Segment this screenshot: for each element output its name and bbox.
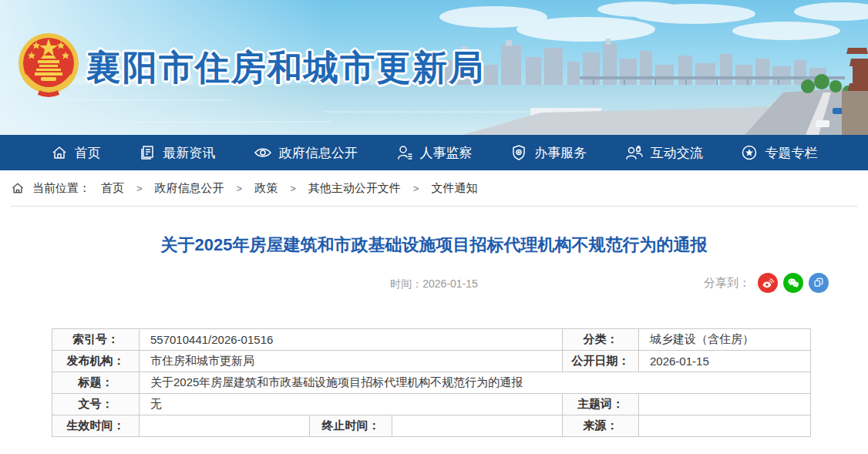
site-title: 襄阳市住房和城市更新局 — [86, 45, 485, 91]
nav-item-gov-info[interactable]: 政府信息公开 — [254, 144, 358, 162]
breadcrumb-item-home[interactable]: 首页 — [101, 181, 124, 196]
doc-title-label: 标题： — [52, 372, 140, 394]
time-value: 2026-01-15 — [422, 277, 478, 290]
home-icon — [11, 181, 25, 195]
people-chat-icon — [625, 144, 644, 161]
share-box: 分享到： — [704, 273, 829, 293]
category-label: 分类： — [563, 329, 639, 351]
publish-date-value: 2026-01-15 — [639, 351, 811, 372]
table-row: 发布机构： 市住房和城市更新局 公开日期： 2026-01-15 — [52, 351, 811, 372]
doc-number-label: 文号： — [52, 394, 140, 415]
effective-date-value — [140, 415, 310, 437]
table-row: 索引号： 557010441/2026-01516 分类： 城乡建设（含住房） — [52, 329, 811, 351]
news-icon — [139, 144, 156, 161]
eye-icon — [254, 144, 272, 161]
breadcrumb-item-gov-info[interactable]: 政府信息公开 — [155, 181, 224, 196]
index-number-label: 索引号： — [52, 329, 140, 351]
breadcrumb-separator: > — [237, 183, 243, 194]
end-date-label: 终止时间： — [310, 415, 392, 437]
document-info-table: 索引号： 557010441/2026-01516 分类： 城乡建设（含住房） … — [52, 328, 811, 437]
category-value: 城乡建设（含住房） — [639, 329, 811, 351]
breadcrumb-separator: > — [413, 183, 419, 194]
breadcrumb-prefix: 当前位置： — [32, 181, 90, 196]
end-date-value — [392, 415, 563, 437]
keywords-label: 主题词： — [563, 394, 639, 415]
person-icon — [396, 144, 413, 161]
source-label: 来源： — [563, 415, 639, 437]
index-number-value: 557010441/2026-01516 — [140, 329, 563, 351]
share-label: 分享到： — [704, 276, 750, 291]
nav-item-interaction[interactable]: 互动交流 — [625, 144, 703, 162]
home-icon — [51, 144, 68, 161]
nav-item-personnel[interactable]: 人事监察 — [396, 144, 473, 162]
effective-date-label: 生效时间： — [52, 415, 140, 437]
site-banner: 襄阳市住房和城市更新局 — [0, 0, 868, 135]
table-row: 标题： 关于2025年房屋建筑和市政基础设施项目招标代理机构不规范行为的通报 — [52, 372, 811, 394]
breadcrumb-separator: > — [290, 183, 296, 194]
breadcrumb-item-other-public-files[interactable]: 其他主动公开文件 — [308, 181, 401, 196]
time-label: 时间： — [390, 277, 422, 290]
nav-item-services[interactable]: 办事服务 — [510, 144, 587, 162]
wechat-share-icon[interactable] — [783, 273, 803, 293]
breadcrumb: 当前位置： 首页 > 政府信息公开 > 政策 > 其他主动公开文件 > 文件通知 — [11, 170, 857, 207]
source-value — [639, 415, 811, 437]
keywords-value — [639, 394, 811, 415]
nav-item-home[interactable]: 首页 — [51, 144, 101, 162]
issuing-agency-value: 市住房和城市更新局 — [140, 351, 563, 372]
publish-date-label: 公开日期： — [563, 351, 639, 372]
main-nav: 首页 最新资讯 政府信息公开 人事监察 办事服务 互动交流 专题专栏 — [0, 135, 868, 170]
article-title: 关于2025年房屋建筑和市政基础设施项目招标代理机构不规范行为的通报 — [0, 234, 868, 257]
copy-link-share-icon[interactable] — [809, 273, 829, 293]
doc-title-value: 关于2025年房屋建筑和市政基础设施项目招标代理机构不规范行为的通报 — [140, 372, 811, 394]
table-row: 文号： 无 主题词： — [52, 394, 811, 415]
nav-item-special[interactable]: 专题专栏 — [741, 144, 817, 162]
breadcrumb-item-file-notice[interactable]: 文件通知 — [431, 181, 477, 196]
nav-item-news[interactable]: 最新资讯 — [139, 144, 215, 162]
breadcrumb-item-policy[interactable]: 政策 — [254, 181, 278, 196]
national-emblem — [15, 28, 82, 105]
star-circle-icon — [741, 144, 758, 161]
weibo-share-icon[interactable] — [758, 273, 778, 293]
breadcrumb-bar: 当前位置： 首页 > 政府信息公开 > 政策 > 其他主动公开文件 > 文件通知 — [0, 170, 868, 207]
issuing-agency-label: 发布机构： — [52, 351, 140, 372]
article-meta: 时间：2026-01-15 分享到： — [0, 273, 868, 294]
shield-icon — [510, 144, 527, 161]
table-row: 生效时间： 终止时间： 来源： — [52, 415, 811, 437]
breadcrumb-separator: > — [136, 183, 143, 194]
doc-number-value: 无 — [140, 394, 563, 415]
